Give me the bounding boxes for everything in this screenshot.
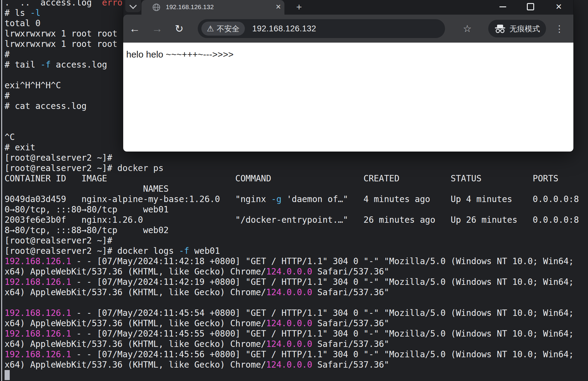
page-body-text: helo helo ~~~+++~--->>>> [123,43,573,60]
terminal-line: 0→80/tcp, :::80→80/tcp web01 [5,204,579,215]
window-close-button[interactable]: ✕ [552,0,566,13]
security-chip-label: 不安全 [217,24,239,34]
maximize-icon [527,3,534,10]
terminal-window-border [1,0,2,381]
site-security-chip[interactable]: ⚠ 不安全 [201,22,245,36]
browser-window: 192.168.126.132 ✕ + ✕ ← → ↻ ⚠ 不安全 192.16… [123,0,573,152]
browser-viewport: helo helo ~~~+++~--->>>> [123,43,573,152]
bookmark-star-icon[interactable]: ☆ [460,15,475,43]
globe-icon [152,3,160,11]
terminal-line: 2003fe6e3b0f nginx:1.26.0 "/docker-entry… [5,215,579,225]
tab-close-icon[interactable]: ✕ [272,0,284,14]
window-minimize-button[interactable] [496,0,510,13]
incognito-badge: 无痕模式 [488,20,546,37]
terminal-line: 192.168.126.1 - - [07/May/2024:11:45:55 … [5,329,579,339]
chevron-down-icon [129,2,137,9]
tab-search-button[interactable] [125,0,141,12]
terminal-line: [root@realserver2 ~]# docker ps [5,163,579,173]
minimize-icon [499,6,506,7]
terminal-line: 9049da03d459 nginx-alpine-my-base:1.26.0… [5,194,579,204]
url-text[interactable]: 192.168.126.132 [252,24,316,33]
terminal-line: 192.168.126.1 - - [07/May/2024:11:45:56 … [5,349,579,360]
terminal-line: 192.168.126.1 - - [07/May/2024:11:42:19 … [5,277,579,287]
terminal-line: [root@realserver2 ~]# docker logs -f web… [5,246,579,256]
terminal-line: [root@realserver2 ~]# [5,236,579,246]
tab-active[interactable]: 192.168.126.132 ✕ [141,0,284,15]
terminal-line: x64) AppleWebKit/537.36 (KHTML, like Gec… [5,267,579,277]
tab-strip: 192.168.126.132 ✕ + ✕ [123,0,573,15]
terminal-line: 8→80/tcp, :::88→80/tcp web02 [5,225,579,236]
new-tab-button[interactable]: + [293,1,305,13]
incognito-spy-icon [494,24,506,33]
terminal-line: 192.168.126.1 - - [07/May/2024:11:42:18 … [5,256,579,267]
terminal-line: x64) AppleWebKit/537.36 (KHTML, like Gec… [5,287,579,298]
address-bar[interactable]: ⚠ 不安全 192.168.126.132 [198,19,445,38]
terminal-line: x64) AppleWebKit/537.36 (KHTML, like Gec… [5,339,579,349]
terminal-line [5,370,579,380]
browser-toolbar: ← → ↻ ⚠ 不安全 192.168.126.132 ☆ 无痕模式 ⋮ [123,15,573,43]
tab-title: 192.168.126.132 [166,0,214,14]
terminal-line: [root@realserver2 ~]# [5,153,579,163]
terminal-line [5,298,579,308]
incognito-label: 无痕模式 [510,24,540,34]
terminal-line: CONTAINER ID IMAGE COMMAND CREATED STATU… [5,173,579,184]
browser-menu-icon[interactable]: ⋮ [553,15,565,43]
terminal-line: x64) AppleWebKit/537.36 (KHTML, like Gec… [5,318,579,329]
terminal-line: 192.168.126.1 - - [07/May/2024:11:45:54 … [5,308,579,318]
back-button[interactable]: ← [126,15,143,43]
reload-button[interactable]: ↻ [171,15,188,43]
terminal-line: x64) AppleWebKit/537.36 (KHTML, like Gec… [5,360,579,370]
forward-button[interactable]: → [149,15,166,43]
window-maximize-button[interactable] [524,0,538,13]
terminal-line: NAMES [5,184,579,194]
warning-icon: ⚠ [207,24,214,33]
